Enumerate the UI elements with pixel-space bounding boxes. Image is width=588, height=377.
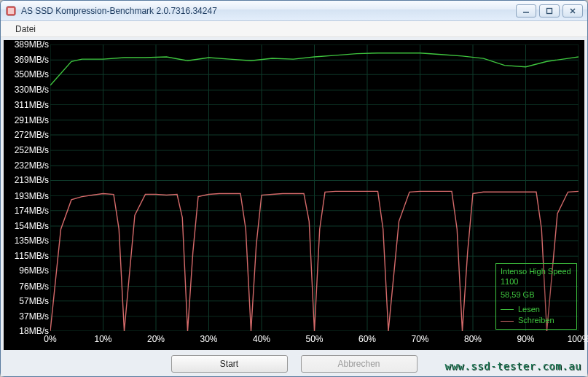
legend-swatch-read <box>501 309 514 310</box>
button-bar: Start Abbrechen www.ssd-tester.com.au <box>1 351 587 376</box>
legend-swatch-write <box>501 321 514 322</box>
watermark: www.ssd-tester.com.au <box>444 360 581 372</box>
x-tick-label: 70% <box>411 334 428 344</box>
y-tick-label: 232MB/s <box>15 160 49 171</box>
y-tick-label: 213MB/s <box>15 175 49 185</box>
y-axis-labels: 389MB/s369MB/s350MB/s330MB/s311MB/s291MB… <box>4 44 50 331</box>
y-tick-label: 57MB/s <box>19 296 49 306</box>
cancel-button[interactable]: Abbrechen <box>301 355 418 373</box>
x-tick-label: 90% <box>517 334 534 344</box>
y-tick-label: 135MB/s <box>15 236 49 246</box>
svg-rect-3 <box>547 8 552 13</box>
app-icon <box>5 5 17 17</box>
y-tick-label: 272MB/s <box>15 130 49 140</box>
y-tick-label: 389MB/s <box>15 39 49 50</box>
app-window: AS SSD Kompression-Benchmark 2.0.7316.34… <box>0 0 588 377</box>
start-button[interactable]: Start <box>171 355 288 373</box>
legend-box: Intenso High Speed 1100 58,59 GB Lesen S… <box>495 263 577 330</box>
legend-device: Intenso High Speed 1100 <box>501 267 572 287</box>
x-tick-label: 50% <box>305 334 323 344</box>
x-tick-label: 10% <box>94 334 111 344</box>
y-tick-label: 193MB/s <box>15 191 49 201</box>
y-tick-label: 115MB/s <box>15 251 49 261</box>
x-tick-label: 60% <box>358 334 376 344</box>
legend-size: 58,59 GB <box>501 290 572 300</box>
menubar: Datei <box>1 21 587 37</box>
y-tick-label: 369MB/s <box>15 55 49 65</box>
y-tick-label: 76MB/s <box>19 281 49 292</box>
chart-area: 389MB/s369MB/s350MB/s330MB/s311MB/s291MB… <box>4 40 584 350</box>
menu-file[interactable]: Datei <box>8 22 43 36</box>
y-tick-label: 252MB/s <box>15 145 49 155</box>
y-tick-label: 96MB/s <box>19 265 49 276</box>
y-tick-label: 37MB/s <box>19 311 49 322</box>
y-tick-label: 311MB/s <box>15 100 49 110</box>
y-tick-label: 330MB/s <box>15 85 49 95</box>
y-tick-label: 154MB/s <box>15 221 49 231</box>
window-controls <box>516 4 583 18</box>
close-button[interactable] <box>562 4 583 18</box>
legend-row-read: Lesen <box>501 305 572 315</box>
x-tick-label: 40% <box>253 334 270 344</box>
y-tick-label: 291MB/s <box>15 115 49 125</box>
legend-read-label: Lesen <box>518 305 540 315</box>
legend-write-label: Schreiben <box>518 316 554 326</box>
x-tick-label: 80% <box>464 334 482 344</box>
x-tick-label: 0% <box>44 334 56 344</box>
titlebar: AS SSD Kompression-Benchmark 2.0.7316.34… <box>1 1 587 21</box>
window-title: AS SSD Kompression-Benchmark 2.0.7316.34… <box>21 6 516 16</box>
x-tick-label: 30% <box>200 334 217 344</box>
y-tick-label: 350MB/s <box>15 69 49 79</box>
x-tick-label: 100% <box>568 334 588 344</box>
x-tick-label: 20% <box>147 334 165 344</box>
x-axis-labels: 0%10%20%30%40%50%60%70%80%90%100% <box>50 334 579 347</box>
legend-row-write: Schreiben <box>501 316 572 326</box>
plot-area: Intenso High Speed 1100 58,59 GB Lesen S… <box>50 44 579 331</box>
y-tick-label: 174MB/s <box>15 206 49 216</box>
maximize-button[interactable] <box>539 4 560 18</box>
minimize-button[interactable] <box>516 4 536 18</box>
svg-rect-1 <box>8 8 14 14</box>
